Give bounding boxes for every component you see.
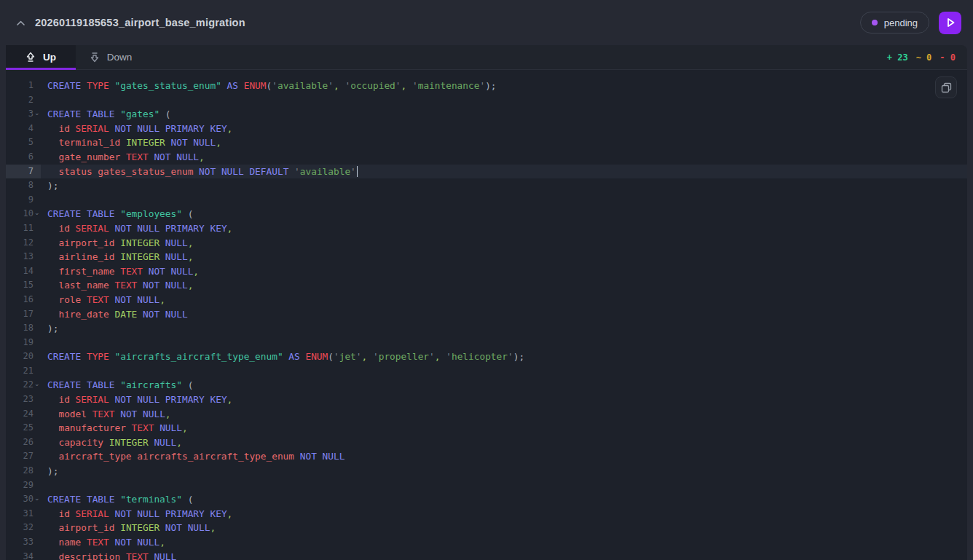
code-line[interactable]: 33 name TEXT NOT NULL, xyxy=(6,535,967,550)
code-line-content[interactable]: CREATE TABLE "gates" ( xyxy=(41,107,967,122)
tab-down[interactable]: Down xyxy=(76,45,146,69)
page-title: 20260119185653_airport_base_migration xyxy=(35,17,245,28)
migration-panel: 20260119185653_airport_base_migration pe… xyxy=(0,0,973,560)
code-line-content[interactable]: model TEXT NOT NULL, xyxy=(41,407,967,422)
code-editor[interactable]: 1CREATE TYPE "gates_status_enum" AS ENUM… xyxy=(6,70,967,560)
code-line[interactable]: 10⌄CREATE TABLE "employees" ( xyxy=(6,207,967,221)
fold-chevron-icon[interactable]: ⌄ xyxy=(34,110,40,117)
line-number: 19 xyxy=(6,336,41,350)
code-line[interactable]: 26 capacity INTEGER NULL, xyxy=(6,435,967,450)
code-line-content[interactable]: capacity INTEGER NULL, xyxy=(41,435,967,450)
code-line[interactable]: 9 xyxy=(6,193,967,208)
line-number: 25 xyxy=(6,421,41,435)
code-line-content[interactable]: manufacturer TEXT NULL, xyxy=(41,421,967,435)
tab-up[interactable]: Up xyxy=(6,45,76,69)
code-line[interactable]: 11 id SERIAL NOT NULL PRIMARY KEY, xyxy=(6,221,967,236)
line-number: 6 xyxy=(6,150,41,165)
code-line-content[interactable]: name TEXT NOT NULL, xyxy=(41,535,967,550)
code-line[interactable]: 18); xyxy=(6,321,967,336)
code-line[interactable]: 1CREATE TYPE "gates_status_enum" AS ENUM… xyxy=(6,79,967,93)
code-line-content[interactable]: first_name TEXT NOT NULL, xyxy=(41,264,967,279)
line-number: 20 xyxy=(6,350,41,364)
code-line-content[interactable] xyxy=(41,364,967,379)
code-line-content[interactable]: role TEXT NOT NULL, xyxy=(41,293,967,307)
code-line-content[interactable] xyxy=(41,93,967,108)
status-badge: pending xyxy=(860,12,929,33)
code-line-content[interactable]: description TEXT NULL xyxy=(41,550,967,560)
fold-chevron-icon[interactable]: ⌄ xyxy=(34,210,40,216)
code-line[interactable]: 15 last_name TEXT NOT NULL, xyxy=(6,278,967,293)
code-line-content[interactable]: id SERIAL NOT NULL PRIMARY KEY, xyxy=(41,221,967,236)
tab-bar: Up Down + 23 ~ 0 - 0 xyxy=(6,45,967,70)
code-line-content[interactable] xyxy=(41,336,967,350)
code-line[interactable]: 31 id SERIAL NOT NULL PRIMARY KEY, xyxy=(6,507,967,521)
code-line[interactable]: 20CREATE TYPE "aircrafts_aircraft_type_e… xyxy=(6,350,967,364)
code-lines: 1CREATE TYPE "gates_status_enum" AS ENUM… xyxy=(6,70,967,560)
code-line[interactable]: 16 role TEXT NOT NULL, xyxy=(6,293,967,307)
code-line-content[interactable]: gate_number TEXT NOT NULL, xyxy=(41,150,967,165)
copy-code-button[interactable] xyxy=(935,76,957,98)
code-line[interactable]: 34 description TEXT NULL xyxy=(6,550,967,560)
code-line[interactable]: 19 xyxy=(6,336,967,350)
code-line-content[interactable]: ); xyxy=(41,464,967,478)
fold-chevron-icon[interactable]: ⌄ xyxy=(34,495,40,502)
code-line-content[interactable]: airport_id INTEGER NULL, xyxy=(41,236,967,251)
line-number: 18 xyxy=(6,321,41,336)
code-line-content[interactable]: hire_date DATE NOT NULL xyxy=(41,307,967,322)
code-line[interactable]: 6 gate_number TEXT NOT NULL, xyxy=(6,150,967,165)
migration-editor-panel: Up Down + 23 ~ 0 - 0 1CREATE TYPE "gates… xyxy=(6,45,967,560)
code-line-content[interactable]: id SERIAL NOT NULL PRIMARY KEY, xyxy=(41,122,967,136)
line-number: 2 xyxy=(6,93,41,108)
code-line-content[interactable] xyxy=(41,193,967,208)
code-line[interactable]: 24 model TEXT NOT NULL, xyxy=(6,407,967,422)
code-line-content[interactable]: CREATE TABLE "aircrafts" ( xyxy=(41,378,967,393)
line-number: 21 xyxy=(6,364,41,379)
code-line[interactable]: 2 xyxy=(6,93,967,108)
code-line-content[interactable]: airline_id INTEGER NULL, xyxy=(41,250,967,264)
line-number: 28 xyxy=(6,464,41,478)
line-number: 27 xyxy=(6,449,41,464)
code-line-content[interactable]: terminal_id INTEGER NOT NULL, xyxy=(41,135,967,150)
line-number: 33 xyxy=(6,535,41,550)
line-number: 29 xyxy=(6,478,41,493)
code-line[interactable]: 8); xyxy=(6,178,967,193)
code-line[interactable]: 32 airport_id INTEGER NOT NULL, xyxy=(6,521,967,535)
line-number: 32 xyxy=(6,521,41,535)
code-line-content[interactable] xyxy=(41,478,967,493)
code-line[interactable]: 14 first_name TEXT NOT NULL, xyxy=(6,264,967,279)
code-line-content[interactable]: id SERIAL NOT NULL PRIMARY KEY, xyxy=(41,393,967,407)
code-line[interactable]: 23 id SERIAL NOT NULL PRIMARY KEY, xyxy=(6,393,967,407)
code-line-content[interactable]: ); xyxy=(41,178,967,193)
line-number: 13 xyxy=(6,250,41,264)
code-line-content[interactable]: CREATE TABLE "terminals" ( xyxy=(41,492,967,507)
code-line-content[interactable]: CREATE TYPE "gates_status_enum" AS ENUM(… xyxy=(41,79,967,93)
code-line-content[interactable]: CREATE TYPE "aircrafts_aircraft_type_enu… xyxy=(41,350,967,364)
code-line-content[interactable]: airport_id INTEGER NOT NULL, xyxy=(41,521,967,535)
code-line-content[interactable]: status gates_status_enum NOT NULL DEFAUL… xyxy=(41,165,967,179)
code-line-content[interactable]: aircraft_type aircrafts_aircraft_type_en… xyxy=(41,449,967,464)
code-line[interactable]: 22⌄CREATE TABLE "aircrafts" ( xyxy=(6,378,967,393)
code-line[interactable]: 12 airport_id INTEGER NULL, xyxy=(6,236,967,251)
code-line-content[interactable]: CREATE TABLE "employees" ( xyxy=(41,207,967,221)
line-number: 16 xyxy=(6,293,41,307)
code-line[interactable]: 17 hire_date DATE NOT NULL xyxy=(6,307,967,322)
fold-chevron-icon[interactable]: ⌄ xyxy=(34,381,40,387)
code-line[interactable]: 29 xyxy=(6,478,967,493)
code-line[interactable]: 21 xyxy=(6,364,967,379)
code-line[interactable]: 27 aircraft_type aircrafts_aircraft_type… xyxy=(6,449,967,464)
code-line[interactable]: 13 airline_id INTEGER NULL, xyxy=(6,250,967,264)
code-line[interactable]: 4 id SERIAL NOT NULL PRIMARY KEY, xyxy=(6,122,967,136)
collapse-button[interactable] xyxy=(12,14,29,31)
text-cursor xyxy=(357,166,358,177)
code-line[interactable]: 30⌄CREATE TABLE "terminals" ( xyxy=(6,492,967,507)
run-migration-button[interactable] xyxy=(939,12,961,34)
code-line-content[interactable]: ); xyxy=(41,321,967,336)
migration-header: 20260119185653_airport_base_migration pe… xyxy=(0,0,973,45)
code-line[interactable]: 3⌄CREATE TABLE "gates" ( xyxy=(6,107,967,122)
code-line[interactable]: 28); xyxy=(6,464,967,478)
code-line[interactable]: 5 terminal_id INTEGER NOT NULL, xyxy=(6,135,967,150)
code-line[interactable]: 25 manufacturer TEXT NULL, xyxy=(6,421,967,435)
code-line[interactable]: 7 status gates_status_enum NOT NULL DEFA… xyxy=(6,165,967,179)
code-line-content[interactable]: last_name TEXT NOT NULL, xyxy=(41,278,967,293)
code-line-content[interactable]: id SERIAL NOT NULL PRIMARY KEY, xyxy=(41,507,967,521)
